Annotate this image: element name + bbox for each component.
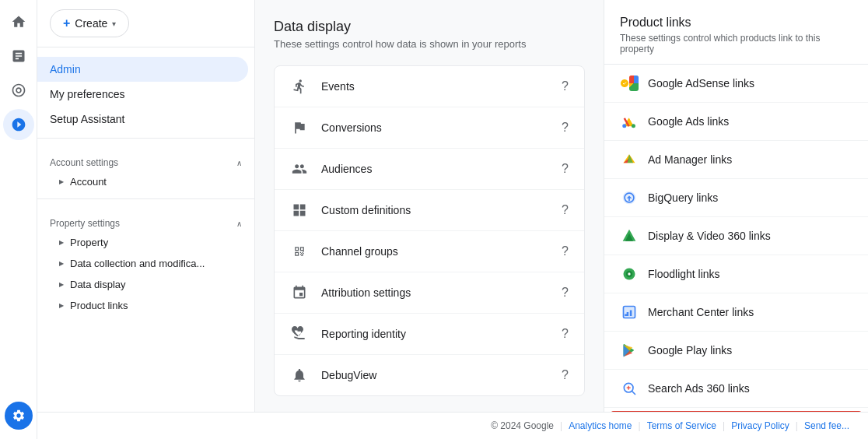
- reporting-identity-label: Reporting identity: [321, 328, 549, 340]
- menu-item-reporting-identity[interactable]: Reporting identity ?: [275, 314, 584, 355]
- product-item-ad-manager[interactable]: Ad Manager links: [604, 141, 868, 179]
- conversions-icon: [290, 118, 309, 137]
- triangle-icon: ▶: [59, 239, 64, 246]
- debugview-label: DebugView: [321, 369, 549, 381]
- product-item-bigquery[interactable]: BigQuery links: [604, 179, 868, 217]
- menu-item-channel-groups[interactable]: Channel groups ?: [275, 231, 584, 272]
- home-nav-item[interactable]: [3, 6, 34, 37]
- account-sub-label: Account: [70, 176, 107, 188]
- footer: © 2024 Google | Analytics home | Terms o…: [37, 412, 868, 439]
- audiences-icon: [290, 160, 309, 178]
- sidebar-item-admin[interactable]: Admin: [37, 57, 248, 82]
- google-play-label: Google Play links: [648, 344, 732, 356]
- attribution-icon: [290, 283, 309, 302]
- dv360-icon: [620, 227, 639, 245]
- conversions-help-icon[interactable]: ?: [562, 121, 569, 135]
- menu-item-audiences[interactable]: Audiences ?: [275, 149, 584, 190]
- svg-point-8: [628, 272, 630, 275]
- sidebar-sub-item-data-display[interactable]: ▶ Data display: [37, 274, 254, 295]
- sidebar-item-setup-assistant[interactable]: Setup Assistant: [37, 107, 248, 132]
- product-links-header: Product links These settings control whi…: [604, 0, 868, 65]
- events-help-icon[interactable]: ?: [562, 79, 569, 93]
- main-content: Data display These settings control how …: [255, 0, 604, 439]
- channel-groups-help-icon[interactable]: ?: [562, 244, 569, 258]
- floodlight-label: Floodlight links: [648, 268, 720, 280]
- dv360-label: Display & Video 360 links: [648, 230, 771, 242]
- product-item-search-ads-360[interactable]: Search Ads 360 links: [604, 370, 868, 408]
- svg-rect-9: [624, 307, 635, 318]
- plus-icon: +: [63, 16, 70, 30]
- create-button[interactable]: + Create ▾: [50, 9, 129, 37]
- triangle-icon: ▶: [59, 302, 64, 309]
- channel-groups-icon: [290, 242, 309, 261]
- footer-divider-3: |: [723, 420, 725, 431]
- conversions-label: Conversions: [321, 121, 549, 134]
- attribution-settings-label: Attribution settings: [321, 286, 549, 299]
- data-display-sub-label: Data display: [70, 279, 126, 290]
- attribution-settings-help-icon[interactable]: ?: [562, 286, 569, 300]
- triangle-icon: ▶: [59, 178, 64, 185]
- data-display-menu-list: Events ? Conversions ? Audiences ?: [274, 65, 585, 396]
- send-feedback-link[interactable]: Send fee...: [804, 420, 849, 431]
- svg-point-1: [622, 124, 626, 128]
- menu-item-events[interactable]: Events ?: [275, 66, 584, 107]
- product-item-merchant-center[interactable]: Merchant Center links: [604, 293, 868, 332]
- custom-definitions-help-icon[interactable]: ?: [562, 203, 569, 217]
- property-settings-section: Property settings ∧: [37, 205, 254, 232]
- footer-divider-2: |: [639, 420, 641, 431]
- bigquery-label: BigQuery links: [648, 191, 718, 204]
- reporting-identity-help-icon[interactable]: ?: [562, 327, 569, 341]
- debugview-help-icon[interactable]: ?: [562, 368, 569, 382]
- google-ads-icon: [620, 112, 639, 131]
- events-label: Events: [321, 80, 549, 93]
- sidebar-sub-item-property[interactable]: ▶ Property: [37, 232, 254, 253]
- advertising-nav-item[interactable]: [3, 109, 34, 140]
- debugview-icon: [290, 366, 309, 385]
- product-links-title: Product links: [620, 16, 852, 30]
- audiences-help-icon[interactable]: ?: [562, 162, 569, 176]
- menu-item-debugview[interactable]: DebugView ?: [275, 355, 584, 395]
- sidebar-sub-item-account[interactable]: ▶ Account: [37, 171, 254, 192]
- footer-divider-4: |: [796, 420, 798, 431]
- product-links-sub-label: Product links: [70, 300, 128, 311]
- channel-groups-label: Channel groups: [321, 245, 549, 258]
- data-collection-sub-label: Data collection and modifica...: [70, 258, 205, 269]
- account-settings-section: Account settings ∧: [37, 145, 254, 171]
- settings-gear-button[interactable]: [5, 402, 33, 430]
- icon-navigation: [0, 0, 37, 439]
- product-item-floodlight[interactable]: Floodlight links: [604, 255, 868, 293]
- google-play-icon: [620, 341, 639, 360]
- account-settings-chevron-icon[interactable]: ∧: [236, 159, 242, 167]
- adsense-label: Google AdSense links: [648, 77, 754, 90]
- search-ads-360-icon: [620, 379, 639, 398]
- property-settings-chevron-icon[interactable]: ∧: [236, 220, 242, 228]
- create-label: Create: [75, 17, 107, 30]
- triangle-icon: ▶: [59, 260, 64, 267]
- property-settings-title: Property settings: [50, 218, 120, 229]
- floodlight-icon: [620, 265, 639, 283]
- product-item-google-ads[interactable]: Google Ads links: [604, 103, 868, 141]
- menu-item-conversions[interactable]: Conversions ?: [275, 107, 584, 149]
- privacy-policy-link[interactable]: Privacy Policy: [731, 420, 789, 431]
- reports-nav-item[interactable]: [3, 40, 34, 72]
- search-ads-360-label: Search Ads 360 links: [648, 382, 750, 395]
- sidebar-item-my-preferences[interactable]: My preferences: [37, 82, 248, 107]
- icon-nav-bottom: [5, 402, 33, 430]
- product-links-subtitle: These settings control which products li…: [620, 33, 852, 54]
- sidebar-nav: Admin My preferences Setup Assistant Acc…: [37, 47, 254, 412]
- sidebar-sub-item-data-collection[interactable]: ▶ Data collection and modifica...: [37, 253, 254, 274]
- menu-item-custom-definitions[interactable]: Custom definitions ?: [275, 190, 584, 231]
- product-item-dv360[interactable]: Display & Video 360 links: [604, 217, 868, 255]
- adsense-icon: [620, 74, 639, 93]
- sidebar-sub-item-product-links[interactable]: ▶ Product links: [37, 295, 254, 316]
- analytics-home-link[interactable]: Analytics home: [569, 420, 632, 431]
- explore-nav-item[interactable]: [3, 75, 34, 106]
- setup-assistant-label: Setup Assistant: [50, 113, 125, 125]
- terms-of-service-link[interactable]: Terms of Service: [647, 420, 716, 431]
- audiences-label: Audiences: [321, 163, 549, 175]
- product-item-google-play[interactable]: Google Play links: [604, 332, 868, 370]
- admin-label: Admin: [50, 63, 81, 76]
- footer-divider-1: |: [560, 420, 562, 431]
- menu-item-attribution-settings[interactable]: Attribution settings ?: [275, 272, 584, 314]
- product-item-adsense[interactable]: Google AdSense links: [604, 65, 868, 103]
